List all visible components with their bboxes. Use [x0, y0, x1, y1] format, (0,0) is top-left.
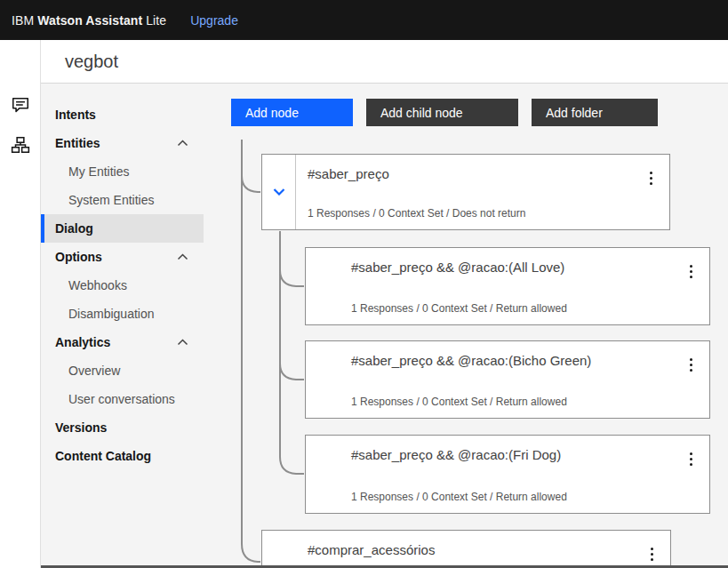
page-header: vegbot: [41, 40, 728, 84]
sidebar-item-system-entities[interactable]: System Entities: [41, 186, 204, 214]
collapse-children-button[interactable]: [262, 155, 296, 229]
sidebar-item-dialog[interactable]: Dialog: [41, 214, 204, 243]
node-meta: 1 Responses / 0 Context Set / Return all…: [351, 491, 567, 503]
chevron-up-icon[interactable]: [177, 339, 188, 346]
chevron-up-icon[interactable]: [177, 140, 188, 147]
sidebar-item-label: My Entities: [68, 164, 129, 179]
dialog-node-racao-all-love[interactable]: #saber_preço && @racao:(All Love) 1 Resp…: [305, 247, 710, 325]
sidebar-item-analytics[interactable]: Analytics: [41, 328, 204, 356]
chat-icon[interactable]: [11, 95, 30, 115]
left-icon-rail: [0, 40, 41, 568]
sidebar-item-versions[interactable]: Versions: [41, 413, 204, 442]
sidebar-item-options[interactable]: Options: [41, 243, 204, 271]
node-meta: 1 Responses / 0 Context Set / Return all…: [351, 396, 567, 408]
add-node-button[interactable]: Add node: [231, 99, 353, 126]
brand-product: Watson Assistant: [37, 13, 142, 28]
node-title: #saber_preço && @racao:(Bicho Green): [351, 353, 591, 368]
node-options-menu-icon[interactable]: [644, 168, 657, 188]
dialog-node-racao-fri-dog[interactable]: #saber_preço && @racao:(Fri Dog) 1 Respo…: [305, 435, 710, 514]
dialog-node-racao-bicho-green[interactable]: #saber_preço && @racao:(Bicho Green) 1 R…: [305, 340, 710, 419]
brand-plan: Lite: [146, 13, 166, 28]
skill-tree-icon[interactable]: [11, 135, 30, 155]
sidebar-item-label: Content Catalog: [55, 449, 151, 463]
sidebar-item-label: Overview: [68, 364, 120, 378]
add-folder-button[interactable]: Add folder: [532, 99, 658, 126]
node-title: #comprar_acessórios: [308, 542, 435, 557]
sidebar-item-label: Options: [55, 250, 102, 264]
sidebar-item-entities[interactable]: Entities: [41, 129, 204, 157]
node-options-menu-icon[interactable]: [684, 449, 697, 468]
sidebar-item-label: Entities: [55, 136, 100, 150]
sidebar-item-overview[interactable]: Overview: [41, 356, 204, 385]
chevron-down-icon: [273, 188, 285, 196]
node-options-menu-icon[interactable]: [645, 544, 658, 564]
node-title: #saber_preço && @racao:(Fri Dog): [351, 447, 561, 462]
node-meta: 1 Responses / 0 Context Set / Return all…: [351, 302, 567, 315]
dialog-node-comprar-acessorios[interactable]: #comprar_acessórios: [261, 530, 671, 568]
brand-title[interactable]: IBM Watson Assistant Lite: [12, 13, 166, 28]
node-options-menu-icon[interactable]: [684, 261, 697, 281]
sidebar-item-label: Disambiguation: [68, 307, 155, 321]
node-title: #saber_preço: [308, 166, 389, 181]
add-child-node-button[interactable]: Add child node: [366, 99, 518, 126]
upgrade-link[interactable]: Upgrade: [190, 13, 238, 28]
sidebar-item-my-entities[interactable]: My Entities: [41, 157, 204, 186]
node-options-menu-icon[interactable]: [684, 355, 697, 374]
sidebar-item-label: Dialog: [55, 221, 93, 236]
sidebar-item-user-conversations[interactable]: User conversations: [41, 385, 204, 413]
watson-assistant-app: IBM Watson Assistant Lite Upgrade vegbot: [0, 0, 728, 568]
sidebar-item-label: Webhooks: [68, 278, 127, 292]
sidebar-item-intents[interactable]: Intents: [41, 100, 204, 129]
sidebar-item-label: Intents: [55, 108, 96, 122]
dialog-node-saber-preco[interactable]: #saber_preço 1 Responses / 0 Context Set…: [261, 154, 670, 230]
sidebar-item-label: Analytics: [55, 335, 110, 349]
top-bar: IBM Watson Assistant Lite Upgrade: [0, 0, 728, 40]
sidebar-item-label: Versions: [55, 420, 107, 435]
node-title: #saber_preço && @racao:(All Love): [351, 260, 564, 275]
sidebar-item-webhooks[interactable]: Webhooks: [41, 271, 204, 300]
sidebar-item-content-catalog[interactable]: Content Catalog: [41, 442, 204, 470]
sidebar-item-label: User conversations: [68, 392, 175, 406]
skill-name-title: vegbot: [65, 52, 118, 72]
chevron-up-icon[interactable]: [177, 253, 188, 260]
sidebar-item-label: System Entities: [68, 193, 154, 207]
node-meta: 1 Responses / 0 Context Set / Does not r…: [308, 207, 525, 220]
brand-prefix: IBM: [12, 13, 34, 28]
sidebar-nav: Intents Entities My Entities System Enti…: [41, 100, 204, 470]
sidebar-item-disambiguation[interactable]: Disambiguation: [41, 300, 204, 328]
